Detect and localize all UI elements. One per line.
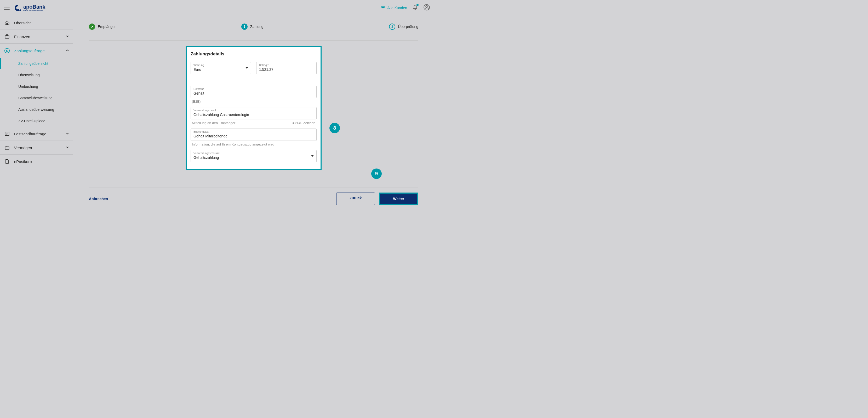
key-select[interactable]: Verwendungsschlüssel Gehaltszahlung <box>191 150 317 162</box>
helper-text: Mitteilung an den Empfänger <box>192 121 235 125</box>
field-label: Referenz <box>193 88 314 90</box>
step-line <box>269 27 384 27</box>
step-label: Zahlung <box>250 25 264 29</box>
logo-icon <box>13 4 22 12</box>
sidebar-subitem-ueberweisung[interactable]: Überweisung <box>0 69 73 81</box>
sidebar-item-epostkorb[interactable]: ePostkorb <box>0 154 73 168</box>
field-value: Euro <box>193 67 201 72</box>
logo[interactable]: apoBank Bank der Gesundheit <box>13 4 45 12</box>
chevron-up-icon <box>66 49 69 53</box>
sidebar-item-vermoegen[interactable]: Vermögen <box>0 140 73 154</box>
subitem-label: ZV-Datei-Upload <box>18 119 45 123</box>
amount-input[interactable]: Betrag * 1.521,27 <box>256 62 317 74</box>
booking-helper: Information, die auf Ihrem Kontoauszug a… <box>191 142 317 146</box>
currency-select[interactable]: Währung Euro <box>191 62 251 74</box>
chevron-down-icon <box>66 132 69 136</box>
purpose-input[interactable]: Verwendungszweck Gehaltszahlung Gastroen… <box>191 107 317 119</box>
wallet-icon <box>4 34 10 39</box>
subitem-label: Umbuchung <box>18 85 38 89</box>
sidebar-label: Übersicht <box>14 21 69 25</box>
sidebar-item-finanzen[interactable]: Finanzen <box>0 30 73 43</box>
home-icon <box>4 20 10 25</box>
subitem-label: Zahlungsübersicht <box>18 61 48 66</box>
field-label: Betrag * <box>259 64 314 67</box>
payment-details-card: Zahlungsdetails Währung Euro Betrag * 1.… <box>186 46 321 170</box>
sidebar-label: ePostkorb <box>14 159 69 164</box>
sidebar-label: Zahlungsaufträge <box>14 49 66 53</box>
subitem-label: Auslandsüberweisung <box>18 107 54 111</box>
field-value: Gehaltszahlung <box>193 155 219 160</box>
step-line <box>121 27 236 27</box>
document-icon <box>4 159 10 164</box>
field-value: Gehalt Mitarbeitende <box>193 134 227 138</box>
chevron-down-icon <box>66 146 69 150</box>
svg-text:S: S <box>6 49 8 53</box>
logo-subtitle: Bank der Gesundheit <box>23 9 45 12</box>
check-icon <box>89 24 95 30</box>
sidebar-subitem-zahlungsuebersicht[interactable]: Zahlungsübersicht <box>0 58 73 69</box>
header: apoBank Bank der Gesundheit Alle Kunden <box>0 0 434 16</box>
briefcase-icon <box>4 145 10 150</box>
footer-actions: Abbrechen Zurück Weiter <box>89 188 418 205</box>
sidebar-label: Lastschriftaufträge <box>14 132 66 136</box>
field-value: Gehalt <box>193 91 204 95</box>
notification-dot <box>416 4 418 6</box>
sidebar-subitem-zvdatei[interactable]: ZV-Datei-Upload <box>0 115 73 127</box>
reference-input[interactable]: Referenz Gehalt <box>191 86 317 98</box>
field-label: Verwendungszweck <box>193 109 314 112</box>
step-number: 2 <box>241 24 248 30</box>
customer-filter[interactable]: Alle Kunden <box>381 6 407 10</box>
sidebar-subitem-sammel[interactable]: Sammelüberweisung <box>0 92 73 104</box>
header-right: Alle Kunden <box>381 4 430 12</box>
booking-input[interactable]: Buchungstext Gehalt Mitarbeitende <box>191 129 317 141</box>
logo-brand: apoBank <box>23 4 45 10</box>
step-label: Überprüfung <box>398 25 418 29</box>
divider <box>89 40 418 40</box>
sidebar-subitem-ausland[interactable]: Auslandsüberweisung <box>0 104 73 115</box>
purpose-helper: Mitteilung an den Empfänger 33/140 Zeich… <box>191 121 317 125</box>
sidebar-item-zahlungsauftraege[interactable]: S Zahlungsaufträge <box>0 43 73 58</box>
sidebar-item-uebersicht[interactable]: Übersicht <box>0 16 73 30</box>
sidebar: Übersicht Finanzen S Zahlungsaufträge Za… <box>0 16 73 209</box>
step-number: 3 <box>389 24 395 30</box>
subitem-label: Sammelüberweisung <box>18 96 53 100</box>
list-icon <box>4 131 10 136</box>
header-left: apoBank Bank der Gesundheit <box>4 4 45 12</box>
step-label: Empfänger <box>98 25 116 29</box>
field-value: 1.521,27 <box>259 67 274 72</box>
svg-rect-7 <box>5 147 9 150</box>
field-label: Verwendungsschlüssel <box>193 152 220 155</box>
filter-label: Alle Kunden <box>387 6 407 10</box>
menu-icon[interactable] <box>4 6 10 10</box>
caret-down-icon <box>246 67 248 69</box>
sidebar-label: Vermögen <box>14 146 66 150</box>
back-button[interactable]: Zurück <box>336 193 375 205</box>
step-2: 2 Zahlung <box>241 24 264 30</box>
next-button[interactable]: Weiter <box>379 193 418 205</box>
field-label: Währung <box>193 64 204 67</box>
char-count: 33/140 Zeichen <box>292 121 315 125</box>
cancel-button[interactable]: Abbrechen <box>89 197 108 201</box>
e2e-hint: (E2E) <box>191 100 317 103</box>
step-1: Empfänger <box>89 24 116 30</box>
chevron-down-icon <box>66 35 69 39</box>
currency-icon: S <box>4 48 10 54</box>
notification-icon[interactable] <box>412 4 418 11</box>
sidebar-item-lastschrift[interactable]: Lastschriftaufträge <box>0 127 73 140</box>
svg-point-1 <box>426 5 428 7</box>
sidebar-label: Finanzen <box>14 34 66 39</box>
caret-down-icon <box>311 155 314 157</box>
stepper: Empfänger 2 Zahlung 3 Überprüfung <box>89 21 418 32</box>
card-title: Zahlungsdetails <box>191 52 317 57</box>
step-badge-9: 9 <box>371 168 382 179</box>
main: Übersicht Finanzen S Zahlungsaufträge Za… <box>0 16 434 209</box>
step-badge-8: 8 <box>330 123 340 133</box>
account-icon[interactable] <box>423 4 430 12</box>
step-3: 3 Überprüfung <box>389 24 418 30</box>
field-label: Buchungstext <box>193 130 314 133</box>
field-value: Gehaltszahlung Gastroenterologin <box>193 112 249 117</box>
content: Empfänger 2 Zahlung 3 Überprüfung Zahlun… <box>73 16 434 209</box>
subitem-label: Überweisung <box>18 73 40 77</box>
sidebar-subitem-umbuchung[interactable]: Umbuchung <box>0 81 73 92</box>
